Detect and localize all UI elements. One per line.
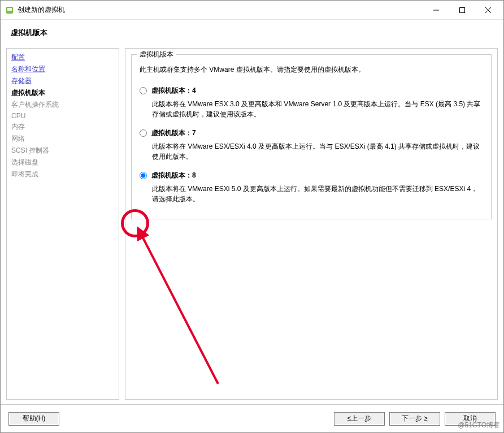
close-button[interactable] (475, 2, 501, 19)
sidebar-item-scsi: SCSI 控制器 (11, 145, 114, 156)
fieldset-legend: 虚拟机版本 (137, 50, 176, 59)
maximize-button[interactable] (449, 2, 475, 19)
radio-version-8[interactable] (140, 172, 147, 179)
option-version-7-text: 此版本将在 VMware ESX/ESXi 4.0 及更高版本上运行。当与 ES… (152, 141, 483, 162)
sidebar-item-vm-version: 虚拟机版本 (11, 88, 114, 98)
sidebar-item-name-location[interactable]: 名称和位置 (11, 64, 114, 75)
content-pane: 虚拟机版本 此主机或群集支持多个 VMware 虚拟机版本。请指定要使用的虚拟机… (125, 48, 498, 400)
minimize-button[interactable] (423, 2, 449, 19)
titlebar: 创建新的虚拟机 (1, 1, 503, 20)
window-title: 创建新的虚拟机 (18, 5, 65, 15)
option-version-4-label: 虚拟机版本：4 (151, 86, 196, 96)
sidebar-item-finish: 即将完成 (11, 169, 114, 180)
option-version-4: 虚拟机版本：4 此版本将在 VMware ESX 3.0 及更高版本和 VMwa… (140, 86, 483, 119)
svg-rect-1 (7, 8, 12, 11)
page-header: 虚拟机版本 (1, 20, 503, 48)
sidebar-item-select-disk: 选择磁盘 (11, 157, 114, 168)
sidebar-item-guest-os: 客户机操作系统 (11, 99, 114, 110)
option-version-4-row[interactable]: 虚拟机版本：4 (140, 86, 483, 96)
option-version-4-text: 此版本将在 VMware ESX 3.0 及更高版本和 VMware Serve… (152, 99, 483, 119)
option-version-8-text: 此版本将在 VMware ESXi 5.0 及更高版本上运行。如果需要最新的虚拟… (152, 184, 483, 204)
option-version-8: 虚拟机版本：8 此版本将在 VMware ESXi 5.0 及更高版本上运行。如… (140, 171, 483, 204)
help-button[interactable]: 帮助(H) (8, 412, 59, 426)
sidebar-item-storage[interactable]: 存储器 (11, 76, 114, 86)
body: 配置 名称和位置 存储器 虚拟机版本 客户机操作系统 CPU 内存 网络 SCS… (1, 48, 503, 404)
minimize-icon (433, 7, 439, 13)
option-version-7-row[interactable]: 虚拟机版本：7 (140, 128, 483, 138)
vm-version-fieldset: 虚拟机版本 此主机或群集支持多个 VMware 虚拟机版本。请指定要使用的虚拟机… (131, 54, 492, 219)
radio-version-7[interactable] (140, 129, 147, 137)
maximize-icon (459, 7, 465, 13)
fieldset-desc: 此主机或群集支持多个 VMware 虚拟机版本。请指定要使用的虚拟机版本。 (140, 65, 483, 75)
wizard-sidebar: 配置 名称和位置 存储器 虚拟机版本 客户机操作系统 CPU 内存 网络 SCS… (6, 48, 119, 400)
window-root: 创建新的虚拟机 虚拟机版本 配置 名称和位置 存储器 虚拟机版本 客户机操作系统… (0, 0, 504, 433)
sidebar-item-network: 网络 (11, 133, 114, 144)
close-icon (485, 7, 491, 13)
next-button[interactable]: 下一步 ≥ (389, 412, 440, 426)
sidebar-item-config[interactable]: 配置 (11, 52, 114, 63)
wizard-footer: 帮助(H) ≤上一步 下一步 ≥ 取消 (1, 404, 503, 432)
option-version-7: 虚拟机版本：7 此版本将在 VMware ESX/ESXi 4.0 及更高版本上… (140, 128, 483, 162)
option-version-8-row[interactable]: 虚拟机版本：8 (140, 171, 483, 180)
page-title: 虚拟机版本 (11, 28, 493, 38)
radio-version-4[interactable] (140, 87, 147, 94)
cancel-button[interactable]: 取消 (445, 412, 496, 426)
svg-rect-3 (460, 7, 465, 12)
sidebar-item-memory: 内存 (11, 122, 114, 132)
sidebar-item-cpu: CPU (11, 111, 114, 120)
option-version-7-label: 虚拟机版本：7 (151, 128, 196, 138)
back-button[interactable]: ≤上一步 (334, 412, 385, 426)
option-version-8-label: 虚拟机版本：8 (151, 171, 196, 180)
app-icon (5, 6, 14, 15)
